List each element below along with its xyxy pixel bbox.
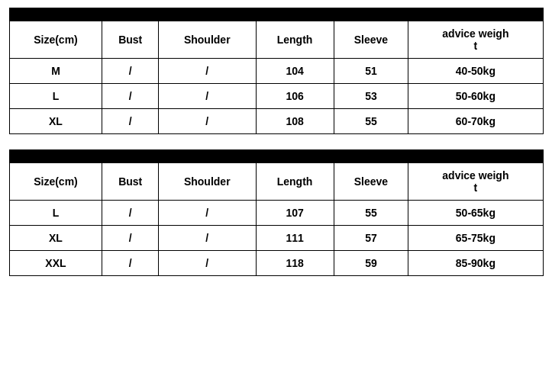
women-m-length: 104 — [256, 59, 334, 84]
men-xl-shoulder: / — [158, 226, 256, 251]
men-table-title — [9, 150, 543, 163]
men-l-length: 107 — [256, 201, 334, 226]
men-size-table: Size(cm) Bust Shoulder Length Sleeve adv… — [9, 149, 544, 276]
women-col-bust: Bust — [102, 21, 159, 59]
women-l-weight: 50-60kg — [408, 84, 543, 109]
men-col-bust: Bust — [102, 163, 159, 201]
women-m-weight: 40-50kg — [408, 59, 543, 84]
women-row-l: L / / 106 53 50-60kg — [9, 84, 543, 109]
women-size-table: Size(cm) Bust Shoulder Length Sleeve adv… — [9, 8, 544, 134]
men-row-xxl: XXL / / 118 59 85-90kg — [9, 251, 543, 276]
women-row-m: M / / 104 51 40-50kg — [9, 59, 543, 84]
men-xl-size: XL — [9, 226, 102, 251]
men-l-size: L — [9, 201, 102, 226]
women-m-shoulder: / — [158, 59, 256, 84]
men-xl-weight: 65-75kg — [408, 226, 543, 251]
women-xl-shoulder: / — [158, 109, 256, 134]
men-xxl-shoulder: / — [158, 251, 256, 276]
women-col-weight: advice weight — [408, 21, 543, 59]
men-l-weight: 50-65kg — [408, 201, 543, 226]
men-table-header — [9, 150, 543, 163]
men-row-l: L / / 107 55 50-65kg — [9, 201, 543, 226]
men-xxl-size: XXL — [9, 251, 102, 276]
men-col-headers: Size(cm) Bust Shoulder Length Sleeve adv… — [9, 163, 543, 201]
men-xxl-weight: 85-90kg — [408, 251, 543, 276]
women-col-size: Size(cm) — [9, 21, 102, 59]
men-xxl-length: 118 — [256, 251, 334, 276]
women-l-sleeve: 53 — [334, 84, 408, 109]
men-col-sleeve: Sleeve — [334, 163, 408, 201]
women-col-sleeve: Sleeve — [334, 21, 408, 59]
women-row-xl: XL / / 108 55 60-70kg — [9, 109, 543, 134]
men-size-table-container: Size(cm) Bust Shoulder Length Sleeve adv… — [9, 149, 544, 276]
women-table-header — [9, 8, 543, 21]
men-col-weight: advice weight — [408, 163, 543, 201]
men-col-size: Size(cm) — [9, 163, 102, 201]
men-row-xl: XL / / 111 57 65-75kg — [9, 226, 543, 251]
women-col-headers: Size(cm) Bust Shoulder Length Sleeve adv… — [9, 21, 543, 59]
women-xl-bust: / — [102, 109, 159, 134]
men-col-length: Length — [256, 163, 334, 201]
men-xxl-sleeve: 59 — [334, 251, 408, 276]
women-l-size: L — [9, 84, 102, 109]
men-l-shoulder: / — [158, 201, 256, 226]
men-xl-length: 111 — [256, 226, 334, 251]
women-col-length: Length — [256, 21, 334, 59]
women-m-bust: / — [102, 59, 159, 84]
men-xl-bust: / — [102, 226, 159, 251]
men-xxl-bust: / — [102, 251, 159, 276]
women-m-size: M — [9, 59, 102, 84]
women-xl-sleeve: 55 — [334, 109, 408, 134]
women-table-title — [9, 8, 543, 21]
women-xl-weight: 60-70kg — [408, 109, 543, 134]
women-xl-length: 108 — [256, 109, 334, 134]
women-size-table-container: Size(cm) Bust Shoulder Length Sleeve adv… — [9, 8, 544, 134]
men-col-shoulder: Shoulder — [158, 163, 256, 201]
men-l-bust: / — [102, 201, 159, 226]
women-l-length: 106 — [256, 84, 334, 109]
women-l-bust: / — [102, 84, 159, 109]
men-xl-sleeve: 57 — [334, 226, 408, 251]
women-xl-size: XL — [9, 109, 102, 134]
women-l-shoulder: / — [158, 84, 256, 109]
men-l-sleeve: 55 — [334, 201, 408, 226]
women-col-shoulder: Shoulder — [158, 21, 256, 59]
women-m-sleeve: 51 — [334, 59, 408, 84]
